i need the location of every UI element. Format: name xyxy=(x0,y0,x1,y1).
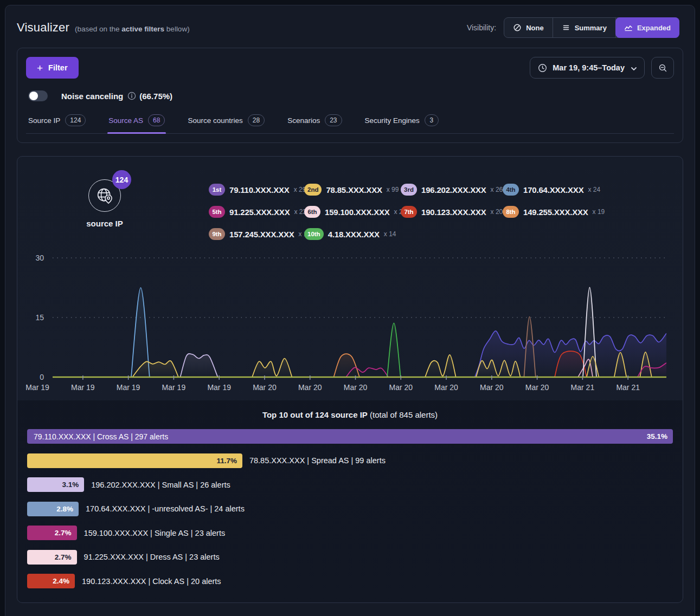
bar-label: 91.225.XXX.XXX | Dress AS | 23 alerts xyxy=(84,553,220,561)
tab-label: Source AS xyxy=(108,116,143,125)
top10-bar: 11.7% xyxy=(27,453,242,468)
visualizer-panel: Visualizer (based on the active filters … xyxy=(5,5,695,616)
top10-bar: 2.7% xyxy=(27,550,77,565)
noise-canceling-label: Noise canceling xyxy=(61,92,123,101)
tab-source-countries[interactable]: Source countries28 xyxy=(187,110,266,133)
tab-source-ip[interactable]: Source IP124 xyxy=(27,110,87,133)
legend-count: x 19 xyxy=(593,208,605,216)
legend-ip: 157.245.XXX.XXX xyxy=(229,230,294,239)
top10-bar: 79.110.XXX.XXX | Cross AS | 297 alerts35… xyxy=(27,429,673,444)
legend-item-10th[interactable]: 10th4.18.XXX.XXXx 14 xyxy=(304,228,401,240)
chevron-down-icon xyxy=(631,63,637,72)
tab-scenarios[interactable]: Scenarios23 xyxy=(286,110,343,133)
rank-badge: 4th xyxy=(503,184,519,196)
x-tick-label: Mar 21 xyxy=(616,383,640,392)
entity-count-badge: 124 xyxy=(112,170,131,189)
legend-item-3rd[interactable]: 3rd196.202.XXX.XXXx 26 xyxy=(401,184,503,196)
visibility-label: Visibility: xyxy=(467,23,496,32)
bar-percent: 2.7% xyxy=(55,553,72,561)
summary-row: 124 source IP 1st79.110.XXX.XXXx 2972nd7… xyxy=(17,157,683,240)
bar-percent: 2.7% xyxy=(55,529,72,537)
rank-badge: 1st xyxy=(209,184,225,196)
legend-ip: 196.202.XXX.XXX xyxy=(421,185,486,194)
legend-ip: 159.100.XXX.XXX xyxy=(325,208,390,217)
top10-bars: 79.110.XXX.XXX | Cross AS | 297 alerts35… xyxy=(27,429,673,588)
top10-bar-row: 2.7%159.100.XXX.XXX | Single AS | 23 ale… xyxy=(27,526,673,540)
visibility-group: NoneSummaryExpanded xyxy=(504,17,679,38)
tab-label: Security Engines xyxy=(365,116,420,125)
chart-canvas xyxy=(53,254,666,380)
noise-canceling-toggle[interactable] xyxy=(28,90,48,101)
visibility-control: Visibility: NoneSummaryExpanded xyxy=(467,17,679,38)
legend-item-5th[interactable]: 5th91.225.XXX.XXXx 23 xyxy=(209,206,304,218)
tab-count-badge: 124 xyxy=(65,114,86,126)
legend-count: x 26 xyxy=(491,186,503,193)
top10-bar-row: 11.7%78.85.XXX.XXX | Spread AS | 99 aler… xyxy=(27,453,673,468)
visibility-option-label: Expanded xyxy=(637,24,671,32)
summary-icon xyxy=(562,23,570,32)
tab-count-badge: 23 xyxy=(325,114,342,126)
add-filter-button[interactable]: + Filter xyxy=(26,57,79,79)
rank-badge: 3rd xyxy=(401,184,417,196)
date-range-value: Mar 19, 9:45–Today xyxy=(553,63,625,72)
top10-section: Top 10 out of 124 source IP (total of 84… xyxy=(17,400,683,602)
x-tick-label: Mar 19 xyxy=(25,383,49,392)
bar-label: 190.123.XXX.XXX | Clock AS | 20 alerts xyxy=(82,577,221,586)
tab-count-badge: 28 xyxy=(248,114,265,126)
top10-bar-row: 2.4%190.123.XXX.XXX | Clock AS | 20 aler… xyxy=(27,574,673,588)
filter-box: + Filter Mar 19, 9:45–Today xyxy=(17,48,683,143)
rank-badge: 5th xyxy=(209,206,225,218)
bar-percent: 35.1% xyxy=(647,432,667,440)
legend-item-6th[interactable]: 6th159.100.XXX.XXXx 23 xyxy=(304,206,401,218)
y-tick-label: 0 xyxy=(40,372,44,382)
date-range-button[interactable]: Mar 19, 9:45–Today xyxy=(530,57,645,79)
legend-item-4th[interactable]: 4th170.64.XXX.XXXx 24 xyxy=(503,184,605,196)
x-tick-label: Mar 20 xyxy=(525,383,549,392)
bar-label: 159.100.XXX.XXX | Single AS | 23 alerts xyxy=(84,529,226,537)
tab-label: Scenarios xyxy=(287,116,320,125)
rank-badge: 10th xyxy=(304,228,324,240)
header: Visualizer (based on the active filters … xyxy=(5,5,695,48)
clock-icon xyxy=(538,63,547,73)
legend-item-2nd[interactable]: 2nd78.85.XXX.XXXx 99 xyxy=(304,184,401,196)
x-tick-label: Mar 19 xyxy=(117,383,140,392)
visibility-option-summary[interactable]: Summary xyxy=(553,18,616,37)
top10-bar: 2.4% xyxy=(27,574,75,588)
toggle-knob xyxy=(29,92,38,100)
tab-security-engines[interactable]: Security Engines3 xyxy=(364,110,440,133)
legend-ip: 79.110.XXX.XXX xyxy=(229,185,290,194)
noise-canceling-value: (66.75%) xyxy=(139,92,172,101)
legend-item-7th[interactable]: 7th190.123.XXX.XXXx 20 xyxy=(401,206,503,218)
legend-item-1st[interactable]: 1st79.110.XXX.XXXx 297 xyxy=(209,184,304,196)
visibility-option-none[interactable]: None xyxy=(504,18,553,37)
legend-ip: 91.225.XXX.XXX xyxy=(229,208,290,217)
info-icon[interactable] xyxy=(127,92,136,100)
x-tick-label: Mar 20 xyxy=(298,383,322,392)
filter-tabs: Source IP124Source AS68Source countries2… xyxy=(26,110,674,134)
legend-count: x 20 xyxy=(491,208,503,216)
expanded-icon xyxy=(624,23,633,32)
legend-item-9th[interactable]: 9th157.245.XXX.XXXx 16 xyxy=(209,228,304,240)
plus-icon: + xyxy=(37,63,43,73)
page-subtitle: (based on the active filters bellow) xyxy=(75,25,190,33)
legend-item-8th[interactable]: 8th149.255.XXX.XXXx 19 xyxy=(503,206,605,218)
chart-row: 01530 xyxy=(17,254,683,380)
filter-toolbar: + Filter Mar 19, 9:45–Today xyxy=(26,57,674,79)
visibility-option-label: Summary xyxy=(575,24,607,32)
bar-percent: 2.4% xyxy=(53,577,69,585)
y-tick-label: 15 xyxy=(35,313,44,322)
entity-label: source IP xyxy=(86,219,123,228)
x-tick-label: Mar 19 xyxy=(162,383,186,392)
rank-badge: 7th xyxy=(401,206,417,218)
bar-percent: 3.1% xyxy=(62,481,79,489)
rank-badge: 6th xyxy=(304,206,320,218)
rank-badge: 8th xyxy=(503,206,519,218)
visibility-option-expanded[interactable]: Expanded xyxy=(615,17,679,38)
visibility-option-label: None xyxy=(526,24,544,32)
legend-grid: 1st79.110.XXX.XXXx 2972nd78.85.XXX.XXXx … xyxy=(209,184,605,240)
zoom-search-button[interactable] xyxy=(651,57,674,79)
tab-source-as[interactable]: Source AS68 xyxy=(107,110,166,133)
magnifier-icon xyxy=(658,63,667,73)
x-tick-label: Mar 19 xyxy=(71,383,95,392)
bar-percent: 11.7% xyxy=(216,457,237,465)
